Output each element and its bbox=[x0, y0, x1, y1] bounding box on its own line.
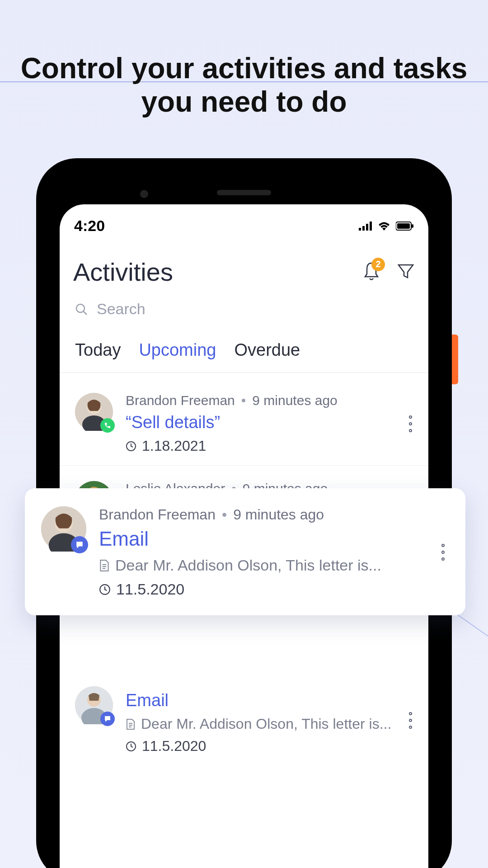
tab-upcoming[interactable]: Upcoming bbox=[139, 340, 216, 360]
filter-button[interactable] bbox=[397, 262, 415, 282]
dots-vertical-icon bbox=[409, 415, 412, 432]
svg-rect-6 bbox=[412, 224, 413, 228]
activity-time: 9 minutes ago bbox=[233, 506, 324, 523]
chat-icon bbox=[71, 536, 88, 553]
highlighted-activity-card[interactable]: Brandon Freeman • 9 minutes ago Email De… bbox=[25, 488, 465, 615]
wifi-icon bbox=[378, 222, 390, 231]
activity-date: 11.5.2020 bbox=[142, 738, 206, 755]
search-bar[interactable] bbox=[60, 291, 428, 331]
activity-date: 1.18.2021 bbox=[142, 438, 206, 454]
page-title: Activities bbox=[73, 257, 173, 287]
more-button[interactable] bbox=[402, 708, 419, 733]
activity-title: Email bbox=[99, 528, 434, 550]
phone-side-accent bbox=[452, 335, 458, 384]
activity-preview: Dear Mr. Addison Olson, This letter is..… bbox=[115, 557, 381, 574]
svg-rect-5 bbox=[397, 223, 410, 229]
search-icon bbox=[75, 303, 88, 316]
activity-author: Brandon Freeman bbox=[126, 393, 235, 408]
svg-rect-0 bbox=[359, 228, 361, 231]
document-icon bbox=[126, 718, 136, 730]
clock-icon bbox=[126, 741, 136, 752]
tab-today[interactable]: Today bbox=[75, 340, 121, 360]
activity-item[interactable]: Email Dear Mr. Addison Olson, This lette… bbox=[60, 671, 428, 765]
tabs: Today Upcoming Overdue bbox=[60, 331, 428, 373]
svg-point-7 bbox=[76, 304, 84, 312]
activity-time: 9 minutes ago bbox=[252, 393, 337, 408]
dots-vertical-icon bbox=[441, 544, 445, 561]
signal-icon bbox=[359, 222, 372, 231]
svg-line-8 bbox=[84, 311, 87, 315]
search-input[interactable] bbox=[97, 300, 413, 318]
avatar bbox=[75, 686, 113, 724]
tab-overdue[interactable]: Overdue bbox=[234, 340, 300, 360]
svg-rect-1 bbox=[362, 226, 365, 231]
status-bar: 4:20 bbox=[60, 204, 428, 239]
app-header: Activities 2 bbox=[60, 239, 428, 291]
phone-camera-dot bbox=[140, 190, 148, 198]
activity-preview: Dear Mr. Addison Olson, This letter is..… bbox=[141, 716, 391, 732]
activity-date: 11.5.2020 bbox=[116, 580, 184, 598]
phone-speaker bbox=[217, 190, 271, 195]
document-icon bbox=[99, 559, 110, 572]
activity-author: Brandon Freeman bbox=[99, 506, 216, 523]
svg-rect-3 bbox=[370, 222, 372, 231]
svg-rect-2 bbox=[366, 224, 368, 231]
phone-icon bbox=[100, 418, 115, 433]
promo-headline: Control your activities and tasks you ne… bbox=[0, 0, 488, 118]
activity-meta: Brandon Freeman • 9 minutes ago bbox=[99, 506, 434, 523]
avatar bbox=[41, 506, 86, 552]
avatar bbox=[75, 393, 113, 431]
activity-item[interactable]: Brandon Freeman • 9 minutes ago “Sell de… bbox=[60, 377, 428, 465]
activity-title: Email bbox=[126, 691, 402, 710]
activity-meta: Brandon Freeman • 9 minutes ago bbox=[126, 393, 402, 408]
clock-icon bbox=[99, 584, 111, 595]
more-button[interactable] bbox=[434, 539, 452, 565]
chat-icon bbox=[100, 712, 115, 726]
dots-vertical-icon bbox=[409, 712, 412, 729]
filter-icon bbox=[397, 262, 415, 280]
activity-title: “Sell details” bbox=[126, 413, 402, 432]
notification-badge: 2 bbox=[371, 258, 385, 271]
clock-icon bbox=[126, 441, 136, 452]
status-time: 4:20 bbox=[74, 217, 105, 235]
more-button[interactable] bbox=[402, 411, 419, 437]
notifications-button[interactable]: 2 bbox=[362, 261, 380, 283]
battery-icon bbox=[396, 222, 414, 231]
status-indicators bbox=[359, 222, 414, 231]
